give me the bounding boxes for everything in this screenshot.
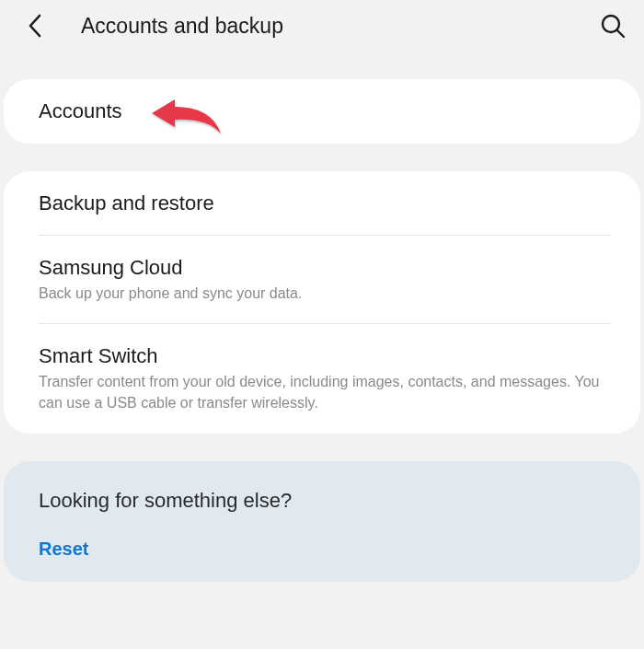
page-header: Accounts and backup <box>0 0 644 52</box>
search-button[interactable] <box>589 13 626 39</box>
smart-switch-title: Smart Switch <box>39 344 605 368</box>
accounts-section: Accounts <box>4 79 640 144</box>
reset-link[interactable]: Reset <box>39 539 605 560</box>
accounts-item[interactable]: Accounts <box>4 79 640 144</box>
svg-line-1 <box>617 30 624 37</box>
accounts-title: Accounts <box>39 99 605 123</box>
smart-switch-item[interactable]: Smart Switch Transfer content from your … <box>4 324 640 434</box>
smart-switch-desc: Transfer content from your old device, i… <box>39 372 605 413</box>
looking-for-section: Looking for something else? Reset <box>4 461 640 582</box>
backup-section: Backup and restore Samsung Cloud Back up… <box>4 171 640 434</box>
samsung-cloud-desc: Back up your phone and sync your data. <box>39 284 605 304</box>
samsung-cloud-item[interactable]: Samsung Cloud Back up your phone and syn… <box>4 236 640 324</box>
chevron-left-icon <box>28 14 42 38</box>
samsung-cloud-title: Samsung Cloud <box>39 256 605 280</box>
page-title: Accounts and backup <box>81 14 589 39</box>
looking-for-title: Looking for something else? <box>39 489 605 513</box>
backup-restore-item[interactable]: Backup and restore <box>4 171 640 236</box>
back-button[interactable] <box>28 14 64 38</box>
search-icon <box>600 13 626 39</box>
backup-restore-title: Backup and restore <box>39 191 605 215</box>
